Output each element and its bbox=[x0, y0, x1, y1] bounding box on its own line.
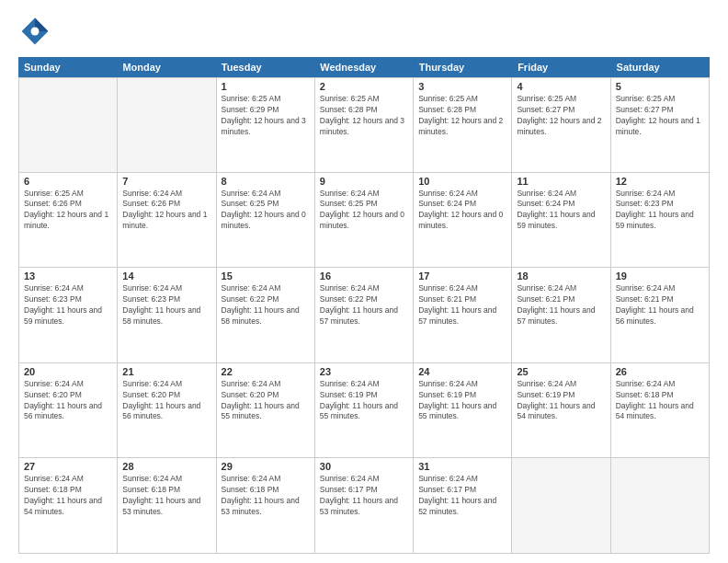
week-row-5: 27Sunrise: 6:24 AMSunset: 6:18 PMDayligh… bbox=[18, 458, 710, 554]
day-info: Sunrise: 6:24 AMSunset: 6:23 PMDaylight:… bbox=[616, 189, 704, 233]
cal-cell: 14Sunrise: 6:24 AMSunset: 6:23 PMDayligh… bbox=[118, 268, 216, 363]
day-info: Sunrise: 6:24 AMSunset: 6:22 PMDaylight:… bbox=[320, 283, 408, 327]
day-number: 7 bbox=[122, 176, 210, 187]
cal-cell: 27Sunrise: 6:24 AMSunset: 6:18 PMDayligh… bbox=[19, 458, 118, 554]
day-info: Sunrise: 6:24 AMSunset: 6:24 PMDaylight:… bbox=[418, 189, 506, 233]
cal-cell bbox=[19, 77, 118, 173]
day-info: Sunrise: 6:24 AMSunset: 6:25 PMDaylight:… bbox=[320, 189, 408, 233]
cal-cell: 26Sunrise: 6:24 AMSunset: 6:18 PMDayligh… bbox=[611, 363, 710, 459]
cal-cell: 19Sunrise: 6:24 AMSunset: 6:21 PMDayligh… bbox=[611, 268, 710, 363]
day-header-tuesday: Tuesday bbox=[216, 57, 314, 77]
cal-cell: 9Sunrise: 6:24 AMSunset: 6:25 PMDaylight… bbox=[315, 173, 414, 269]
day-number: 19 bbox=[616, 270, 704, 282]
cal-cell: 30Sunrise: 6:24 AMSunset: 6:17 PMDayligh… bbox=[315, 458, 414, 554]
calendar-body: 1Sunrise: 6:25 AMSunset: 6:29 PMDaylight… bbox=[18, 77, 710, 554]
cal-cell bbox=[118, 77, 216, 173]
day-number: 28 bbox=[122, 461, 210, 472]
cal-cell bbox=[512, 458, 610, 554]
day-header-monday: Monday bbox=[117, 57, 215, 77]
calendar-header: SundayMondayTuesdayWednesdayThursdayFrid… bbox=[18, 57, 710, 77]
day-info: Sunrise: 6:24 AMSunset: 6:18 PMDaylight:… bbox=[616, 379, 704, 423]
day-info: Sunrise: 6:24 AMSunset: 6:23 PMDaylight:… bbox=[24, 283, 112, 327]
day-header-wednesday: Wednesday bbox=[314, 57, 413, 77]
day-number: 29 bbox=[222, 461, 310, 472]
cal-cell: 4Sunrise: 6:25 AMSunset: 6:27 PMDaylight… bbox=[512, 77, 610, 173]
cal-cell: 18Sunrise: 6:24 AMSunset: 6:21 PMDayligh… bbox=[512, 268, 610, 363]
day-info: Sunrise: 6:25 AMSunset: 6:28 PMDaylight:… bbox=[320, 94, 408, 138]
cal-cell: 10Sunrise: 6:24 AMSunset: 6:24 PMDayligh… bbox=[414, 173, 512, 269]
day-number: 16 bbox=[320, 270, 408, 282]
cal-cell: 17Sunrise: 6:24 AMSunset: 6:21 PMDayligh… bbox=[414, 268, 512, 363]
day-number: 10 bbox=[418, 176, 506, 187]
logo-icon bbox=[18, 15, 51, 48]
day-info: Sunrise: 6:24 AMSunset: 6:24 PMDaylight:… bbox=[517, 189, 605, 233]
day-info: Sunrise: 6:25 AMSunset: 6:27 PMDaylight:… bbox=[517, 94, 605, 138]
cal-cell: 1Sunrise: 6:25 AMSunset: 6:29 PMDaylight… bbox=[217, 77, 315, 173]
day-info: Sunrise: 6:24 AMSunset: 6:19 PMDaylight:… bbox=[320, 379, 408, 423]
day-number: 22 bbox=[222, 366, 310, 377]
week-row-2: 6Sunrise: 6:25 AMSunset: 6:26 PMDaylight… bbox=[18, 173, 710, 269]
cal-cell bbox=[611, 458, 710, 554]
day-info: Sunrise: 6:24 AMSunset: 6:17 PMDaylight:… bbox=[418, 474, 506, 518]
day-number: 4 bbox=[517, 81, 605, 92]
header bbox=[18, 15, 710, 48]
day-number: 17 bbox=[418, 270, 506, 282]
day-number: 6 bbox=[24, 176, 112, 187]
cal-cell: 21Sunrise: 6:24 AMSunset: 6:20 PMDayligh… bbox=[118, 363, 216, 459]
day-number: 14 bbox=[122, 270, 210, 282]
day-number: 9 bbox=[320, 176, 408, 187]
day-info: Sunrise: 6:25 AMSunset: 6:29 PMDaylight:… bbox=[222, 94, 310, 138]
day-number: 30 bbox=[320, 461, 408, 472]
cal-cell: 24Sunrise: 6:24 AMSunset: 6:19 PMDayligh… bbox=[414, 363, 512, 459]
logo bbox=[18, 15, 57, 48]
day-header-friday: Friday bbox=[512, 57, 610, 77]
cal-cell: 5Sunrise: 6:25 AMSunset: 6:27 PMDaylight… bbox=[611, 77, 710, 173]
cal-cell: 2Sunrise: 6:25 AMSunset: 6:28 PMDaylight… bbox=[315, 77, 414, 173]
day-info: Sunrise: 6:25 AMSunset: 6:26 PMDaylight:… bbox=[24, 189, 112, 233]
svg-point-2 bbox=[31, 28, 40, 36]
day-info: Sunrise: 6:24 AMSunset: 6:18 PMDaylight:… bbox=[24, 474, 112, 518]
day-info: Sunrise: 6:24 AMSunset: 6:21 PMDaylight:… bbox=[418, 283, 506, 327]
cal-cell: 3Sunrise: 6:25 AMSunset: 6:28 PMDaylight… bbox=[414, 77, 512, 173]
day-info: Sunrise: 6:24 AMSunset: 6:26 PMDaylight:… bbox=[122, 189, 210, 233]
cal-cell: 12Sunrise: 6:24 AMSunset: 6:23 PMDayligh… bbox=[611, 173, 710, 269]
day-info: Sunrise: 6:24 AMSunset: 6:25 PMDaylight:… bbox=[222, 189, 310, 233]
day-info: Sunrise: 6:24 AMSunset: 6:22 PMDaylight:… bbox=[222, 283, 310, 327]
day-number: 5 bbox=[616, 81, 704, 92]
day-number: 11 bbox=[517, 176, 605, 187]
day-number: 20 bbox=[24, 366, 112, 377]
cal-cell: 25Sunrise: 6:24 AMSunset: 6:19 PMDayligh… bbox=[512, 363, 610, 459]
cal-cell: 31Sunrise: 6:24 AMSunset: 6:17 PMDayligh… bbox=[414, 458, 512, 554]
cal-cell: 8Sunrise: 6:24 AMSunset: 6:25 PMDaylight… bbox=[217, 173, 315, 269]
day-number: 13 bbox=[24, 270, 112, 282]
day-info: Sunrise: 6:24 AMSunset: 6:23 PMDaylight:… bbox=[122, 283, 210, 327]
day-info: Sunrise: 6:24 AMSunset: 6:19 PMDaylight:… bbox=[517, 379, 605, 423]
day-number: 1 bbox=[222, 81, 310, 92]
day-number: 8 bbox=[222, 176, 310, 187]
cal-cell: 22Sunrise: 6:24 AMSunset: 6:20 PMDayligh… bbox=[217, 363, 315, 459]
day-number: 12 bbox=[616, 176, 704, 187]
calendar: SundayMondayTuesdayWednesdayThursdayFrid… bbox=[18, 57, 710, 554]
day-header-sunday: Sunday bbox=[18, 57, 117, 77]
day-info: Sunrise: 6:25 AMSunset: 6:27 PMDaylight:… bbox=[616, 94, 704, 138]
day-number: 24 bbox=[418, 366, 506, 377]
day-number: 26 bbox=[616, 366, 704, 377]
cal-cell: 7Sunrise: 6:24 AMSunset: 6:26 PMDaylight… bbox=[118, 173, 216, 269]
day-info: Sunrise: 6:24 AMSunset: 6:18 PMDaylight:… bbox=[122, 474, 210, 518]
cal-cell: 11Sunrise: 6:24 AMSunset: 6:24 PMDayligh… bbox=[512, 173, 610, 269]
day-info: Sunrise: 6:24 AMSunset: 6:21 PMDaylight:… bbox=[616, 283, 704, 327]
cal-cell: 15Sunrise: 6:24 AMSunset: 6:22 PMDayligh… bbox=[217, 268, 315, 363]
day-info: Sunrise: 6:24 AMSunset: 6:18 PMDaylight:… bbox=[222, 474, 310, 518]
cal-cell: 28Sunrise: 6:24 AMSunset: 6:18 PMDayligh… bbox=[118, 458, 216, 554]
page: SundayMondayTuesdayWednesdayThursdayFrid… bbox=[0, 0, 728, 563]
day-info: Sunrise: 6:25 AMSunset: 6:28 PMDaylight:… bbox=[418, 94, 506, 138]
day-number: 15 bbox=[222, 270, 310, 282]
day-header-thursday: Thursday bbox=[414, 57, 512, 77]
day-number: 21 bbox=[122, 366, 210, 377]
day-info: Sunrise: 6:24 AMSunset: 6:21 PMDaylight:… bbox=[517, 283, 605, 327]
cal-cell: 6Sunrise: 6:25 AMSunset: 6:26 PMDaylight… bbox=[19, 173, 118, 269]
day-number: 25 bbox=[517, 366, 605, 377]
day-info: Sunrise: 6:24 AMSunset: 6:20 PMDaylight:… bbox=[122, 379, 210, 423]
week-row-3: 13Sunrise: 6:24 AMSunset: 6:23 PMDayligh… bbox=[18, 268, 710, 363]
cal-cell: 29Sunrise: 6:24 AMSunset: 6:18 PMDayligh… bbox=[217, 458, 315, 554]
